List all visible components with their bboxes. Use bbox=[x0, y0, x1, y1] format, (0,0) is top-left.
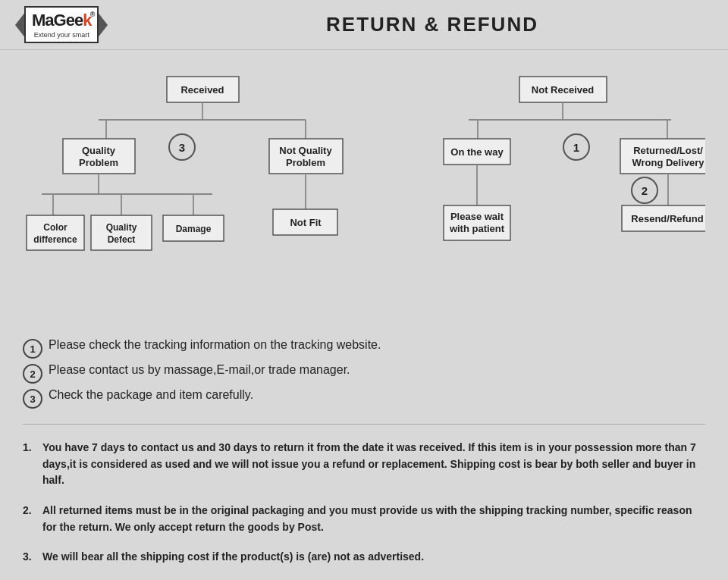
main-content: .fbox { fill: #eeeeee; stroke: #555; str… bbox=[0, 50, 728, 580]
instruction-text-1: Please check the tracking information on… bbox=[49, 338, 381, 352]
svg-rect-11 bbox=[269, 139, 343, 174]
instruction-text-2: Please contact us by massage,E-mail,or t… bbox=[49, 363, 350, 377]
page-title: RETURN & REFUND bbox=[152, 13, 713, 36]
policy-num-2: 2. bbox=[23, 503, 36, 535]
svg-text:Problem: Problem bbox=[79, 157, 118, 168]
instructions-section: 1 Please check the tracking information … bbox=[23, 338, 705, 409]
svg-text:Please wait: Please wait bbox=[450, 211, 504, 222]
svg-text:Color: Color bbox=[43, 222, 67, 233]
svg-text:On the way: On the way bbox=[450, 146, 504, 158]
svg-text:2: 2 bbox=[642, 184, 648, 197]
svg-text:Quality: Quality bbox=[82, 145, 116, 156]
logo-tagline: Extend your smart bbox=[34, 31, 89, 39]
policy-num-1: 1. bbox=[23, 440, 36, 489]
instruction-badge-2: 2 bbox=[23, 364, 42, 384]
logo-reg: ® bbox=[90, 11, 95, 18]
svg-text:1: 1 bbox=[573, 141, 579, 154]
svg-text:with patient: with patient bbox=[449, 223, 505, 234]
policy-item-1: 1. You have 7 days to contact us and 30 … bbox=[23, 440, 705, 489]
logo-chevron-right-icon bbox=[97, 11, 108, 39]
policy-item-3: 3. We will bear all the shipping cost if… bbox=[23, 549, 705, 566]
svg-rect-40 bbox=[620, 139, 705, 174]
page-header: MaGeek® Extend your smart RETURN & REFUN… bbox=[0, 0, 728, 50]
policy-text-1: You have 7 days to contact us and 30 day… bbox=[42, 440, 705, 489]
divider bbox=[23, 424, 705, 425]
flow-diagram: .fbox { fill: #eeeeee; stroke: #555; str… bbox=[23, 65, 705, 331]
instruction-badge-1: 1 bbox=[23, 339, 42, 359]
svg-text:Damage: Damage bbox=[176, 224, 212, 234]
policy-text-2: All returned items must be in the origin… bbox=[42, 503, 705, 535]
svg-text:Received: Received bbox=[180, 84, 224, 96]
instruction-item-3: 3 Check the package and item carefully. bbox=[23, 388, 705, 409]
svg-text:Returned/Lost/: Returned/Lost/ bbox=[633, 145, 703, 156]
svg-text:Not  Received: Not Received bbox=[532, 84, 594, 96]
svg-rect-19 bbox=[27, 215, 84, 250]
policy-text-3: We will bear all the shipping cost if th… bbox=[42, 549, 424, 566]
svg-text:Wrong Delivery: Wrong Delivery bbox=[632, 157, 704, 168]
logo-box: MaGeek® Extend your smart bbox=[24, 6, 99, 43]
svg-rect-8 bbox=[63, 139, 135, 174]
instruction-text-3: Check the package and item carefully. bbox=[49, 388, 253, 402]
svg-rect-22 bbox=[91, 215, 152, 250]
policy-num-3: 3. bbox=[23, 549, 36, 566]
svg-text:Resend/Refund: Resend/Refund bbox=[631, 213, 703, 224]
svg-text:Quality: Quality bbox=[106, 222, 137, 233]
svg-text:Problem: Problem bbox=[286, 157, 325, 168]
svg-text:Not Quality: Not Quality bbox=[279, 145, 332, 156]
instruction-item-1: 1 Please check the tracking information … bbox=[23, 338, 705, 359]
svg-text:3: 3 bbox=[179, 141, 185, 154]
instruction-badge-3: 3 bbox=[23, 389, 42, 409]
svg-text:Defect: Defect bbox=[108, 234, 136, 245]
svg-text:difference: difference bbox=[33, 234, 77, 245]
instruction-item-2: 2 Please contact us by massage,E-mail,or… bbox=[23, 363, 705, 384]
policy-section: 1. You have 7 days to contact us and 30 … bbox=[23, 440, 705, 566]
logo-area: MaGeek® Extend your smart bbox=[15, 6, 152, 43]
logo-brand: MaGeek® bbox=[32, 11, 91, 30]
svg-text:Not Fit: Not Fit bbox=[290, 217, 322, 228]
policy-item-2: 2. All returned items must be in the ori… bbox=[23, 503, 705, 535]
